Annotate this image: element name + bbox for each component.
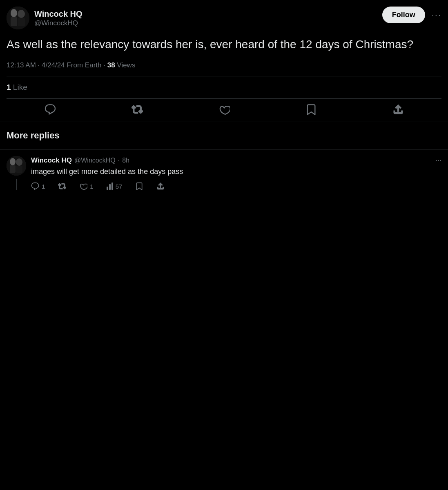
likes-count: 1 — [7, 83, 11, 91]
bookmark-icon — [305, 104, 317, 115]
reply-views-button[interactable]: 57 — [107, 183, 123, 190]
reply-like-button[interactable]: 1 — [79, 182, 93, 190]
username[interactable]: @WincockHQ — [34, 19, 82, 27]
tweet-time: 12:13 AM — [7, 61, 36, 69]
reply-display-name[interactable]: Wincock HQ — [31, 156, 72, 165]
stats-icon — [107, 183, 113, 190]
stats-bar-1 — [107, 187, 108, 190]
comment-icon — [45, 104, 56, 115]
svg-rect-11 — [7, 156, 26, 176]
tweet-meta-separator1: · — [38, 61, 42, 69]
share-icon — [392, 104, 404, 115]
more-replies-section: More replies — [0, 122, 448, 149]
tweet-views-text: Views — [117, 61, 135, 69]
reply-thread-line — [16, 179, 17, 190]
reply-comment-icon — [31, 182, 39, 190]
display-name[interactable]: Wincock HQ — [34, 9, 82, 19]
stats-bar-2 — [109, 184, 111, 190]
reply-retweet-icon — [58, 182, 66, 190]
reply-comment-count: 1 — [42, 183, 45, 190]
svg-rect-5 — [7, 7, 29, 29]
reply-time-value: 8h — [122, 157, 129, 164]
tweet-meta: 12:13 AM · 4/24/24 From Earth · 38 Views — [7, 61, 441, 69]
comment-button[interactable] — [45, 104, 56, 115]
reply-share-button[interactable] — [156, 182, 165, 190]
likes-text: Like — [13, 83, 27, 91]
reply-left-col — [7, 156, 26, 190]
tweet-location: From Earth — [67, 61, 101, 69]
retweet-button[interactable] — [132, 104, 143, 115]
tweet-meta-separator3: · — [103, 61, 107, 69]
like-icon — [218, 104, 230, 115]
reply-avatar[interactable] — [7, 156, 26, 176]
bookmark-button[interactable] — [305, 104, 317, 115]
retweet-icon — [132, 104, 143, 115]
reply-username[interactable]: @WincockHQ — [74, 157, 116, 164]
reply-bookmark-button[interactable] — [135, 182, 143, 190]
reply-share-icon — [156, 182, 165, 190]
tweet-actions — [7, 99, 441, 122]
reply-like-count: 1 — [90, 183, 93, 190]
reply-views-count: 57 — [116, 183, 123, 190]
reply-comment-button[interactable]: 1 — [31, 182, 45, 190]
reply-header: Wincock HQ @WincockHQ · 8h ··· — [31, 156, 441, 165]
tweet-header-left: Wincock HQ @WincockHQ — [7, 7, 82, 29]
reply-retweet-button[interactable] — [58, 182, 66, 190]
reply-bookmark-icon — [135, 182, 143, 190]
tweet-header-right: Follow ··· — [382, 7, 441, 23]
user-info: Wincock HQ @WincockHQ — [34, 9, 82, 27]
like-button[interactable] — [218, 104, 230, 115]
more-options-button[interactable]: ··· — [432, 10, 441, 20]
reply-actions: 1 1 57 — [31, 182, 441, 190]
tweet-views-count: 38 — [107, 61, 115, 69]
likes-section: 1 Like — [7, 76, 441, 98]
tweet-header: Wincock HQ @WincockHQ Follow ··· — [7, 7, 441, 29]
tweet-text: As well as the relevancy towards her is,… — [7, 36, 441, 53]
stats-bar-3 — [111, 183, 113, 190]
reply-time: · — [118, 157, 120, 164]
follow-button[interactable]: Follow — [382, 7, 425, 23]
tweet-date: 4/24/24 — [42, 61, 65, 69]
more-replies-label: More replies — [7, 130, 60, 140]
reply-text: images will get more detailed as the day… — [31, 166, 441, 177]
reply-item: Wincock HQ @WincockHQ · 8h ··· images wi… — [0, 149, 448, 197]
avatar[interactable] — [7, 7, 29, 29]
reply-more-options[interactable]: ··· — [435, 156, 441, 165]
reply-like-icon — [79, 182, 87, 190]
share-button[interactable] — [392, 104, 404, 115]
reply-content: Wincock HQ @WincockHQ · 8h ··· images wi… — [31, 156, 441, 190]
main-tweet: Wincock HQ @WincockHQ Follow ··· As well… — [0, 0, 448, 122]
